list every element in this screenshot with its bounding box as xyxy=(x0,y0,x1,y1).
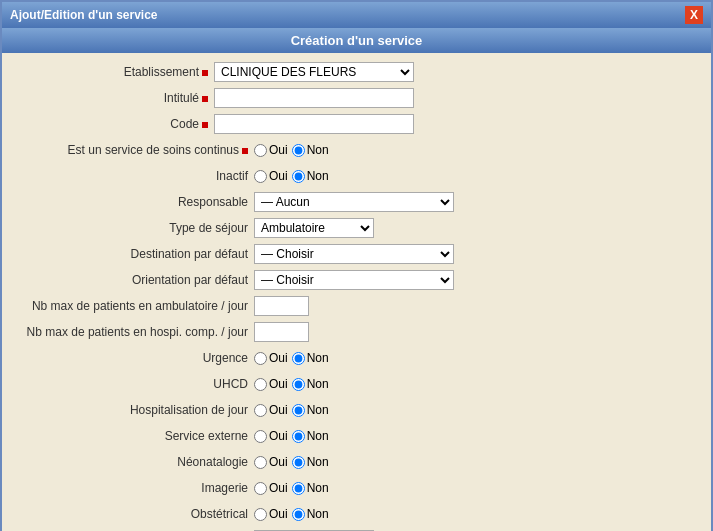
inactif-oui-label[interactable]: Oui xyxy=(254,169,288,183)
nb-ambu-input[interactable] xyxy=(254,296,309,316)
imagerie-non-radio[interactable] xyxy=(292,482,305,495)
soins-continus-oui-label[interactable]: Oui xyxy=(254,143,288,157)
hospi-jour-radio-group: Oui Non xyxy=(254,403,329,417)
inactif-non-label[interactable]: Non xyxy=(292,169,329,183)
form-title: Création d'un service xyxy=(2,28,711,53)
obstetrical-oui-label[interactable]: Oui xyxy=(254,507,288,521)
inactif-label: Inactif xyxy=(14,169,254,183)
hospi-jour-row: Hospitalisation de jour Oui Non xyxy=(14,399,699,421)
code-input[interactable] xyxy=(214,114,414,134)
uhcd-oui-label[interactable]: Oui xyxy=(254,377,288,391)
urgence-row: Urgence Oui Non xyxy=(14,347,699,369)
uhcd-row: UHCD Oui Non xyxy=(14,373,699,395)
orientation-row: Orientation par défaut — Choisir xyxy=(14,269,699,291)
soins-continus-non-radio[interactable] xyxy=(292,144,305,157)
service-externe-oui-label[interactable]: Oui xyxy=(254,429,288,443)
urgence-non-radio[interactable] xyxy=(292,352,305,365)
service-externe-label: Service externe xyxy=(14,429,254,443)
intitule-row: Intitulé xyxy=(14,87,699,109)
etablissement-select[interactable]: CLINIQUE DES FLEURS xyxy=(214,62,414,82)
destination-select[interactable]: — Choisir xyxy=(254,244,454,264)
soins-continus-oui-radio[interactable] xyxy=(254,144,267,157)
type-sejour-row: Type de séjour Ambulatoire xyxy=(14,217,699,239)
neonatalogie-row: Néonatalogie Oui Non xyxy=(14,451,699,473)
type-sejour-select[interactable]: Ambulatoire xyxy=(254,218,374,238)
hospi-jour-non-radio[interactable] xyxy=(292,404,305,417)
neonatalogie-oui-radio[interactable] xyxy=(254,456,267,469)
obstetrical-row: Obstétrical Oui Non xyxy=(14,503,699,525)
code-row: Code xyxy=(14,113,699,135)
soins-continus-label: Est un service de soins continus xyxy=(14,143,254,157)
etablissement-label: Etablissement xyxy=(14,65,214,79)
service-externe-radio-group: Oui Non xyxy=(254,429,329,443)
code-label: Code xyxy=(14,117,214,131)
uhcd-radio-group: Oui Non xyxy=(254,377,329,391)
uhcd-non-radio[interactable] xyxy=(292,378,305,391)
imagerie-non-label[interactable]: Non xyxy=(292,481,329,495)
hospi-jour-label: Hospitalisation de jour xyxy=(14,403,254,417)
urgence-oui-radio[interactable] xyxy=(254,352,267,365)
obstetrical-oui-radio[interactable] xyxy=(254,508,267,521)
form-body: Etablissement CLINIQUE DES FLEURS Intitu… xyxy=(2,53,711,531)
soins-continus-row: Est un service de soins continus Oui Non xyxy=(14,139,699,161)
hospi-jour-oui-label[interactable]: Oui xyxy=(254,403,288,417)
soins-continus-radio-group: Oui Non xyxy=(254,143,329,157)
obstetrical-non-label[interactable]: Non xyxy=(292,507,329,521)
service-externe-non-label[interactable]: Non xyxy=(292,429,329,443)
intitule-label: Intitulé xyxy=(14,91,214,105)
neonatalogie-label: Néonatalogie xyxy=(14,455,254,469)
inactif-non-radio[interactable] xyxy=(292,170,305,183)
soins-continus-non-label[interactable]: Non xyxy=(292,143,329,157)
destination-row: Destination par défaut — Choisir xyxy=(14,243,699,265)
orientation-select[interactable]: — Choisir xyxy=(254,270,454,290)
uhcd-label: UHCD xyxy=(14,377,254,391)
orientation-label: Orientation par défaut xyxy=(14,273,254,287)
uhcd-oui-radio[interactable] xyxy=(254,378,267,391)
uhcd-non-label[interactable]: Non xyxy=(292,377,329,391)
main-window: Ajout/Edition d'un service X Création d'… xyxy=(0,0,713,531)
responsable-select[interactable]: — Aucun xyxy=(254,192,454,212)
imagerie-oui-label[interactable]: Oui xyxy=(254,481,288,495)
imagerie-oui-radio[interactable] xyxy=(254,482,267,495)
nb-hospi-label: Nb max de patients en hospi. comp. / jou… xyxy=(14,325,254,339)
obstetrical-non-radio[interactable] xyxy=(292,508,305,521)
inactif-oui-radio[interactable] xyxy=(254,170,267,183)
nb-ambu-label: Nb max de patients en ambulatoire / jour xyxy=(14,299,254,313)
window-title: Ajout/Edition d'un service xyxy=(10,8,158,22)
imagerie-radio-group: Oui Non xyxy=(254,481,329,495)
imagerie-row: Imagerie Oui Non xyxy=(14,477,699,499)
nb-hospi-row: Nb max de patients en hospi. comp. / jou… xyxy=(14,321,699,343)
urgence-radio-group: Oui Non xyxy=(254,351,329,365)
obstetrical-radio-group: Oui Non xyxy=(254,507,329,521)
urgence-label: Urgence xyxy=(14,351,254,365)
neonatalogie-oui-label[interactable]: Oui xyxy=(254,455,288,469)
service-externe-oui-radio[interactable] xyxy=(254,430,267,443)
urgence-non-label[interactable]: Non xyxy=(292,351,329,365)
neonatalogie-non-label[interactable]: Non xyxy=(292,455,329,469)
obstetrical-label: Obstétrical xyxy=(14,507,254,521)
hospi-jour-non-label[interactable]: Non xyxy=(292,403,329,417)
responsable-row: Responsable — Aucun xyxy=(14,191,699,213)
nb-ambu-row: Nb max de patients en ambulatoire / jour xyxy=(14,295,699,317)
service-externe-row: Service externe Oui Non xyxy=(14,425,699,447)
urgence-oui-label[interactable]: Oui xyxy=(254,351,288,365)
intitule-input[interactable] xyxy=(214,88,414,108)
imagerie-label: Imagerie xyxy=(14,481,254,495)
title-bar: Ajout/Edition d'un service X xyxy=(2,2,711,28)
close-button[interactable]: X xyxy=(685,6,703,24)
nb-hospi-input[interactable] xyxy=(254,322,309,342)
type-sejour-label: Type de séjour xyxy=(14,221,254,235)
neonatalogie-radio-group: Oui Non xyxy=(254,455,329,469)
hospi-jour-oui-radio[interactable] xyxy=(254,404,267,417)
inactif-row: Inactif Oui Non xyxy=(14,165,699,187)
responsable-label: Responsable xyxy=(14,195,254,209)
etablissement-row: Etablissement CLINIQUE DES FLEURS xyxy=(14,61,699,83)
inactif-radio-group: Oui Non xyxy=(254,169,329,183)
destination-label: Destination par défaut xyxy=(14,247,254,261)
service-externe-non-radio[interactable] xyxy=(292,430,305,443)
neonatalogie-non-radio[interactable] xyxy=(292,456,305,469)
